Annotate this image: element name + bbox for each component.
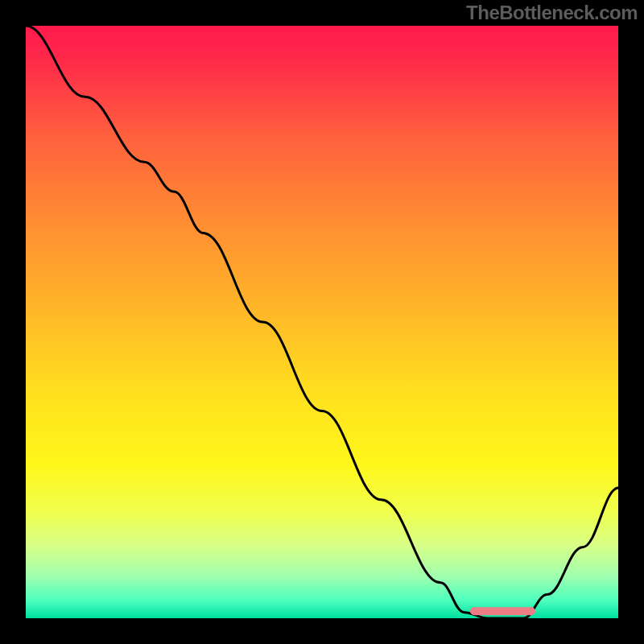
bottleneck-chart	[26, 26, 618, 618]
plot-area	[26, 26, 618, 618]
gradient-background	[26, 26, 618, 618]
chart-frame: TheBottleneck.com	[0, 0, 644, 644]
optimal-range-marker	[470, 607, 535, 615]
watermark-text: TheBottleneck.com	[466, 2, 638, 24]
